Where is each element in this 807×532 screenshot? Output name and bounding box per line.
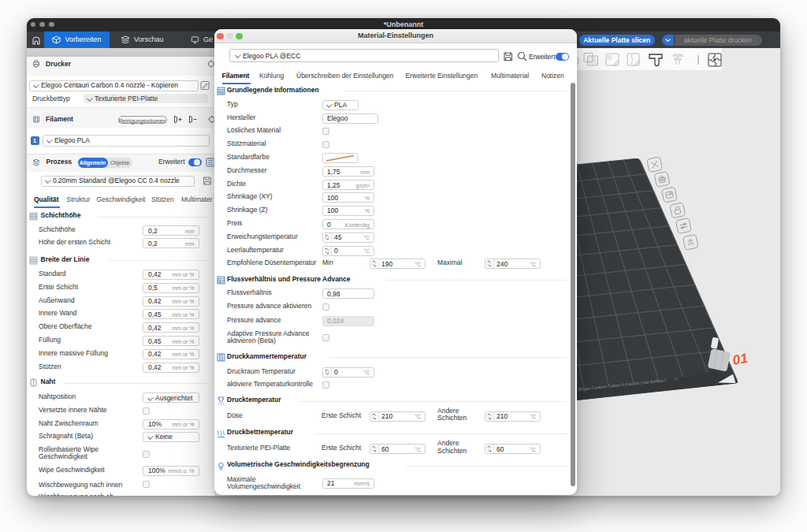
svg-text:01: 01 — [731, 350, 749, 367]
